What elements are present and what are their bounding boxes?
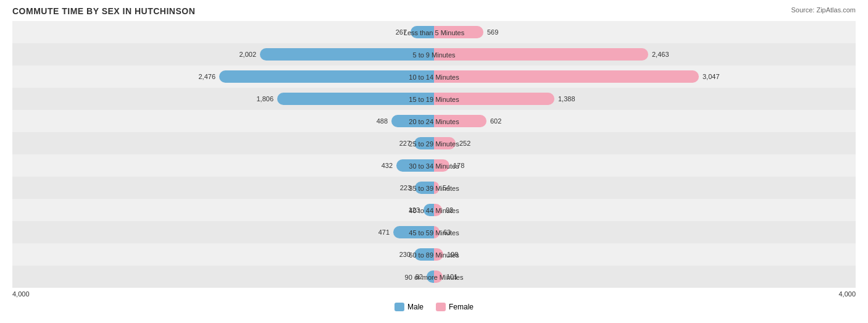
male-bar: [219, 70, 434, 83]
axis-right: 4,000: [838, 290, 856, 298]
female-value: 3,047: [703, 73, 720, 80]
row-label: 10 to 14 Minutes: [409, 73, 459, 81]
legend-male-box: [394, 303, 404, 311]
row-label: 45 to 59 Minutes: [409, 229, 459, 237]
female-value: 602: [490, 117, 501, 125]
table-row: 223 35 to 39 Minutes 54: [12, 177, 856, 199]
row-label: 90 or more Minutes: [405, 274, 464, 281]
table-row: 267 Less than 5 Minutes 569: [12, 21, 856, 43]
female-bar: [434, 48, 648, 61]
table-row: 2,002 5 to 9 Minutes 2,463: [12, 43, 856, 65]
table-row: 2,476 10 to 14 Minutes 3,047: [12, 65, 856, 88]
table-row: 123 40 to 44 Minutes 92: [12, 199, 856, 221]
row-label: 5 to 9 Minutes: [412, 51, 455, 59]
legend-female: Female: [436, 303, 474, 311]
male-value: 488: [377, 117, 388, 125]
table-row: 82 90 or more Minutes 101: [12, 266, 856, 288]
row-label: Less than 5 Minutes: [404, 29, 464, 36]
female-value: 2,463: [652, 51, 669, 58]
legend: Male Female: [12, 303, 856, 311]
legend-male: Male: [394, 303, 424, 311]
table-row: 432 30 to 34 Minutes 178: [12, 154, 856, 177]
row-label: 25 to 29 Minutes: [409, 140, 459, 148]
source-text: Source: ZipAtlas.com: [791, 6, 856, 14]
table-row: 227 25 to 29 Minutes 252: [12, 132, 856, 154]
female-value: 569: [487, 28, 498, 36]
male-value: 432: [382, 162, 393, 169]
chart-title: COMMUTE TIME BY SEX IN HUTCHINSON: [12, 6, 856, 16]
chart-container: COMMUTE TIME BY SEX IN HUTCHINSON Source…: [0, 0, 868, 323]
legend-female-box: [436, 303, 446, 311]
male-value: 1,806: [256, 95, 273, 103]
row-label: 15 to 19 Minutes: [409, 96, 459, 103]
rows-wrapper: 267 Less than 5 Minutes 569 2,002 5 to 9…: [12, 21, 856, 288]
table-row: 488 20 to 24 Minutes 602: [12, 110, 856, 132]
legend-male-label: Male: [407, 303, 424, 311]
axis-labels: 4,000 4,000: [12, 288, 856, 300]
female-bar: [434, 70, 699, 83]
axis-left: 4,000: [12, 290, 30, 298]
row-label: 60 to 89 Minutes: [409, 251, 459, 259]
row-label: 35 to 39 Minutes: [409, 185, 459, 192]
table-row: 230 60 to 89 Minutes 108: [12, 243, 856, 266]
row-label: 40 to 44 Minutes: [409, 207, 459, 214]
row-label: 20 to 24 Minutes: [409, 118, 459, 125]
table-row: 471 45 to 59 Minutes 63: [12, 221, 856, 243]
legend-female-label: Female: [449, 303, 474, 311]
row-label: 30 to 34 Minutes: [409, 162, 459, 170]
male-value: 2,476: [198, 73, 215, 80]
male-value: 2,002: [239, 51, 256, 58]
female-value: 1,388: [558, 95, 575, 103]
male-value: 471: [378, 229, 390, 236]
table-row: 1,806 15 to 19 Minutes 1,388: [12, 88, 856, 110]
